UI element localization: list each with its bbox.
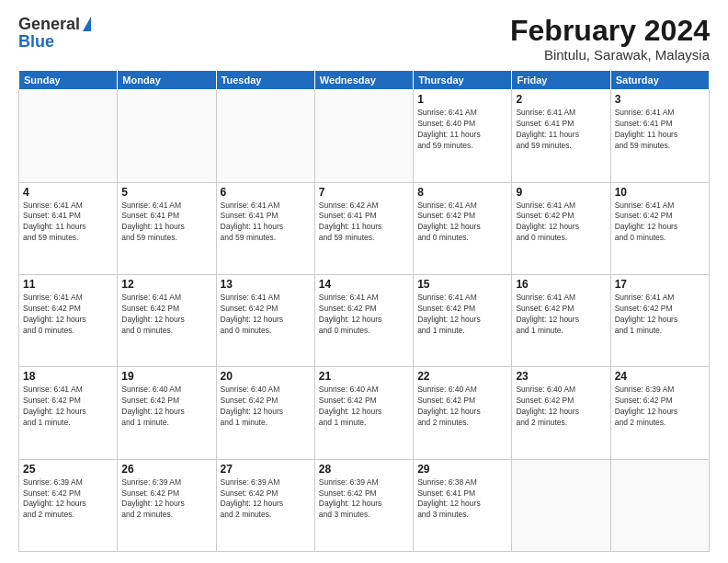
day-number: 25 xyxy=(23,463,113,476)
logo-general: General xyxy=(18,15,80,34)
calendar-cell: 2Sunrise: 6:41 AM Sunset: 6:41 PM Daylig… xyxy=(512,90,610,182)
calendar-cell: 26Sunrise: 6:39 AM Sunset: 6:42 PM Dayli… xyxy=(118,459,216,551)
calendar-cell: 15Sunrise: 6:41 AM Sunset: 6:42 PM Dayli… xyxy=(414,274,512,366)
day-number: 24 xyxy=(615,370,705,383)
calendar-cell: 23Sunrise: 6:40 AM Sunset: 6:42 PM Dayli… xyxy=(512,367,610,459)
day-info: Sunrise: 6:39 AM Sunset: 6:42 PM Dayligh… xyxy=(121,477,211,522)
week-row-1: 4Sunrise: 6:41 AM Sunset: 6:41 PM Daylig… xyxy=(19,182,710,274)
day-number: 9 xyxy=(516,186,606,199)
weekday-header-saturday: Saturday xyxy=(610,71,709,90)
day-number: 10 xyxy=(615,186,705,199)
week-row-4: 25Sunrise: 6:39 AM Sunset: 6:42 PM Dayli… xyxy=(19,459,710,551)
week-row-2: 11Sunrise: 6:41 AM Sunset: 6:42 PM Dayli… xyxy=(19,274,710,366)
day-info: Sunrise: 6:41 AM Sunset: 6:42 PM Dayligh… xyxy=(221,293,311,337)
day-number: 7 xyxy=(319,186,409,199)
day-info: Sunrise: 6:41 AM Sunset: 6:41 PM Dayligh… xyxy=(615,108,705,152)
day-number: 20 xyxy=(221,370,311,383)
day-info: Sunrise: 6:39 AM Sunset: 6:42 PM Dayligh… xyxy=(23,477,113,522)
day-number: 23 xyxy=(516,370,606,383)
logo: General Blue xyxy=(18,15,91,52)
day-number: 11 xyxy=(23,278,113,291)
day-number: 15 xyxy=(417,278,507,291)
weekday-header-monday: Monday xyxy=(118,71,216,90)
week-row-3: 18Sunrise: 6:41 AM Sunset: 6:42 PM Dayli… xyxy=(19,367,710,459)
weekday-header-tuesday: Tuesday xyxy=(216,71,314,90)
calendar-cell xyxy=(118,90,216,182)
day-info: Sunrise: 6:39 AM Sunset: 6:42 PM Dayligh… xyxy=(615,385,705,429)
calendar-cell xyxy=(512,459,610,551)
calendar-cell: 8Sunrise: 6:41 AM Sunset: 6:42 PM Daylig… xyxy=(414,182,512,274)
calendar-cell xyxy=(19,90,118,182)
day-number: 28 xyxy=(319,463,409,476)
day-number: 27 xyxy=(221,463,311,476)
calendar-cell: 4Sunrise: 6:41 AM Sunset: 6:41 PM Daylig… xyxy=(19,182,118,274)
location-title: Bintulu, Sarawak, Malaysia xyxy=(510,47,710,63)
calendar-cell: 22Sunrise: 6:40 AM Sunset: 6:42 PM Dayli… xyxy=(414,367,512,459)
logo-blue: Blue xyxy=(18,32,54,52)
day-number: 19 xyxy=(121,370,211,383)
day-number: 29 xyxy=(417,463,507,476)
day-info: Sunrise: 6:41 AM Sunset: 6:42 PM Dayligh… xyxy=(615,293,705,337)
day-number: 8 xyxy=(417,186,507,199)
day-info: Sunrise: 6:38 AM Sunset: 6:41 PM Dayligh… xyxy=(417,477,507,522)
calendar-cell: 19Sunrise: 6:40 AM Sunset: 6:42 PM Dayli… xyxy=(118,367,216,459)
calendar-cell: 7Sunrise: 6:42 AM Sunset: 6:41 PM Daylig… xyxy=(314,182,413,274)
month-title: February 2024 xyxy=(510,15,710,47)
day-number: 5 xyxy=(121,186,211,199)
day-info: Sunrise: 6:41 AM Sunset: 6:42 PM Dayligh… xyxy=(516,293,606,337)
calendar: SundayMondayTuesdayWednesdayThursdayFrid… xyxy=(18,70,710,552)
calendar-cell xyxy=(314,90,413,182)
calendar-cell: 1Sunrise: 6:41 AM Sunset: 6:40 PM Daylig… xyxy=(414,90,512,182)
calendar-cell: 14Sunrise: 6:41 AM Sunset: 6:42 PM Dayli… xyxy=(314,274,413,366)
day-info: Sunrise: 6:41 AM Sunset: 6:41 PM Dayligh… xyxy=(23,201,113,245)
day-info: Sunrise: 6:41 AM Sunset: 6:41 PM Dayligh… xyxy=(221,201,311,245)
calendar-cell: 29Sunrise: 6:38 AM Sunset: 6:41 PM Dayli… xyxy=(414,459,512,551)
day-number: 22 xyxy=(417,370,507,383)
day-number: 21 xyxy=(319,370,409,383)
day-info: Sunrise: 6:41 AM Sunset: 6:40 PM Dayligh… xyxy=(417,108,507,152)
day-number: 4 xyxy=(23,186,113,199)
day-info: Sunrise: 6:41 AM Sunset: 6:41 PM Dayligh… xyxy=(516,108,606,152)
day-info: Sunrise: 6:40 AM Sunset: 6:42 PM Dayligh… xyxy=(221,385,311,429)
day-number: 16 xyxy=(516,278,606,291)
calendar-cell xyxy=(216,90,314,182)
calendar-cell: 10Sunrise: 6:41 AM Sunset: 6:42 PM Dayli… xyxy=(610,182,709,274)
calendar-cell: 3Sunrise: 6:41 AM Sunset: 6:41 PM Daylig… xyxy=(610,90,709,182)
day-number: 26 xyxy=(121,463,211,476)
day-info: Sunrise: 6:41 AM Sunset: 6:42 PM Dayligh… xyxy=(417,201,507,245)
calendar-cell: 21Sunrise: 6:40 AM Sunset: 6:42 PM Dayli… xyxy=(314,367,413,459)
day-number: 13 xyxy=(221,278,311,291)
weekday-header-sunday: Sunday xyxy=(19,71,118,90)
day-number: 12 xyxy=(121,278,211,291)
weekday-header-friday: Friday xyxy=(512,71,610,90)
calendar-cell: 6Sunrise: 6:41 AM Sunset: 6:41 PM Daylig… xyxy=(216,182,314,274)
day-number: 14 xyxy=(319,278,409,291)
calendar-cell: 12Sunrise: 6:41 AM Sunset: 6:42 PM Dayli… xyxy=(118,274,216,366)
calendar-cell xyxy=(610,459,709,551)
day-info: Sunrise: 6:41 AM Sunset: 6:42 PM Dayligh… xyxy=(121,293,211,337)
day-info: Sunrise: 6:41 AM Sunset: 6:42 PM Dayligh… xyxy=(23,293,113,337)
calendar-cell: 16Sunrise: 6:41 AM Sunset: 6:42 PM Dayli… xyxy=(512,274,610,366)
calendar-cell: 20Sunrise: 6:40 AM Sunset: 6:42 PM Dayli… xyxy=(216,367,314,459)
day-info: Sunrise: 6:42 AM Sunset: 6:41 PM Dayligh… xyxy=(319,201,409,245)
day-info: Sunrise: 6:41 AM Sunset: 6:42 PM Dayligh… xyxy=(23,385,113,429)
title-section: February 2024 Bintulu, Sarawak, Malaysia xyxy=(510,15,710,63)
calendar-cell: 17Sunrise: 6:41 AM Sunset: 6:42 PM Dayli… xyxy=(610,274,709,366)
calendar-cell: 5Sunrise: 6:41 AM Sunset: 6:41 PM Daylig… xyxy=(118,182,216,274)
day-number: 1 xyxy=(417,93,507,106)
day-info: Sunrise: 6:41 AM Sunset: 6:42 PM Dayligh… xyxy=(615,201,705,245)
day-info: Sunrise: 6:41 AM Sunset: 6:42 PM Dayligh… xyxy=(516,201,606,245)
calendar-cell: 28Sunrise: 6:39 AM Sunset: 6:42 PM Dayli… xyxy=(314,459,413,551)
day-info: Sunrise: 6:40 AM Sunset: 6:42 PM Dayligh… xyxy=(121,385,211,429)
day-info: Sunrise: 6:41 AM Sunset: 6:42 PM Dayligh… xyxy=(417,293,507,337)
day-number: 17 xyxy=(615,278,705,291)
day-number: 3 xyxy=(615,93,705,106)
weekday-header-thursday: Thursday xyxy=(414,71,512,90)
day-number: 6 xyxy=(221,186,311,199)
day-info: Sunrise: 6:40 AM Sunset: 6:42 PM Dayligh… xyxy=(319,385,409,429)
day-info: Sunrise: 6:39 AM Sunset: 6:42 PM Dayligh… xyxy=(221,477,311,522)
day-info: Sunrise: 6:41 AM Sunset: 6:42 PM Dayligh… xyxy=(319,293,409,337)
day-number: 18 xyxy=(23,370,113,383)
day-info: Sunrise: 6:40 AM Sunset: 6:42 PM Dayligh… xyxy=(516,385,606,429)
weekday-header-wednesday: Wednesday xyxy=(314,71,413,90)
